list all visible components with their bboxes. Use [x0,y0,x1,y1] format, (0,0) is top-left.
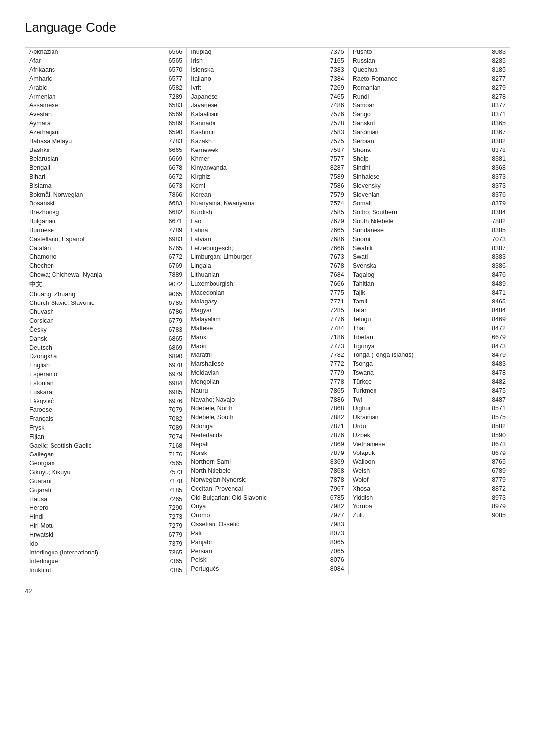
language-name: Limburgan; Limburger [191,253,325,260]
language-code: 7079 [163,406,182,413]
language-name: Manx [191,334,325,341]
language-name: Japanese [191,93,325,100]
language-name: Oromo [191,512,325,519]
language-name: Nederlands [191,432,325,439]
language-code: 8478 [487,369,506,376]
language-code: 7168 [163,442,182,449]
language-name: Volapuk [353,450,487,456]
language-name: Swahili [353,245,487,252]
language-name: Bengali [29,164,163,171]
table-row: Interlingua (International)7365 [25,548,186,557]
language-code: 7178 [163,478,182,485]
language-name: Dzongkha [29,353,163,360]
language-name: Gikuyu; Kikuyu [29,469,163,476]
table-row: Luxembourgish;7666 [187,279,348,288]
table-row: Herero7290 [25,504,186,512]
table-row: 中文9072 [25,279,186,290]
language-name: Chamorro [29,253,163,260]
language-name: Tibetan [353,334,487,341]
table-row: Afar6565 [25,56,186,65]
language-name: Uzbek [353,432,487,439]
table-row: Malayalam7776 [187,315,348,324]
table-row: Nauru7865 [187,386,348,395]
table-row: Kernewek7587 [187,146,348,154]
table-row: Hindi7273 [25,512,186,521]
language-code: 8979 [487,503,506,510]
language-code: 7666 [325,280,344,287]
language-name: Norsk [191,450,325,456]
language-name: Persian [191,548,325,554]
table-row: Afrikaans6570 [25,65,186,74]
table-row: Navaho; Navajo7886 [187,395,348,404]
table-row: Ελληνικά6976 [25,397,186,405]
table-row: Manx7186 [187,333,348,342]
table-row: Uzbek8590 [349,431,510,440]
language-code: 7876 [325,432,344,439]
language-code: 7385 [163,567,182,574]
table-row: Aymara6589 [25,119,186,128]
language-code: 7165 [325,57,344,64]
language-name: Chewa; Chichewa; Nyanja [29,271,163,278]
language-code: 8484 [487,307,506,314]
language-code: 6665 [163,147,182,153]
table-row: Marathi7782 [187,351,348,359]
language-name: Kazakh [191,138,325,145]
language-name: Komi [191,182,325,189]
language-name: Kannada [191,120,325,127]
language-code: 6569 [163,111,182,118]
table-row: Georgian7565 [25,459,186,468]
table-row: Walloon8765 [349,457,510,466]
language-code: 6671 [163,218,182,225]
language-name: Sinhalese [353,173,487,180]
table-row: Sardinian8367 [349,128,510,137]
language-code: 8590 [487,432,506,439]
language-name: Tigrinya [353,343,487,350]
language-name: Twi [353,396,487,403]
language-code: 7686 [325,236,344,243]
table-row: Norsk7879 [187,449,348,457]
language-code: 7889 [163,271,182,278]
language-name: Frysk [29,424,163,431]
table-row: Kinyarwanda8287 [187,163,348,172]
table-row: Euskara6985 [25,388,186,397]
language-code: 6979 [163,371,182,378]
table-row: Volapuk8679 [349,449,510,457]
table-row: Latvian7686 [187,235,348,244]
language-name: Georgian [29,460,163,467]
language-code: 8278 [487,93,506,100]
language-name: Ivrit [191,84,325,91]
language-code: 9072 [163,281,182,288]
language-code: 8365 [487,120,506,127]
language-code: 7186 [325,334,344,341]
language-name: Bislama [29,182,163,189]
language-name: Afrikaans [29,66,163,73]
language-column-3: Pushto8083Russian8285Quechua8185Raeto-Ro… [348,47,510,575]
language-code: 6679 [487,334,506,341]
table-row: Amharic6577 [25,74,186,83]
language-name: Bashkir [29,147,163,153]
language-code: 7789 [163,227,182,234]
language-code: 7882 [487,218,506,225]
table-row: Faroese7079 [25,405,186,414]
language-name: Inuktitut [29,567,163,574]
language-code: 6565 [163,57,182,64]
language-code: 7783 [163,138,182,145]
language-code: 8073 [325,530,344,537]
table-row: Estonian6984 [25,379,186,388]
language-name: Esperanto [29,371,163,378]
table-row: Oriya7982 [187,502,348,511]
table-row: Kuanyama; Kwanyama7574 [187,199,348,208]
language-name: Interlingua (International) [29,549,163,556]
table-row: Burmese7789 [25,226,186,235]
language-code: 6765 [163,245,182,252]
language-name: Ndebele, North [191,405,325,412]
language-code: 7673 [325,253,344,260]
language-name: Bahasa Melayu [29,138,163,145]
language-code: 8084 [325,565,344,572]
language-name: South Ndebele [353,218,487,225]
language-code: 8385 [487,227,506,234]
table-row: Dzongkha6890 [25,352,186,361]
table-row: Javanese7486 [187,101,348,110]
language-name: Oriya [191,503,325,510]
language-name: Raeto-Romance [353,75,487,82]
